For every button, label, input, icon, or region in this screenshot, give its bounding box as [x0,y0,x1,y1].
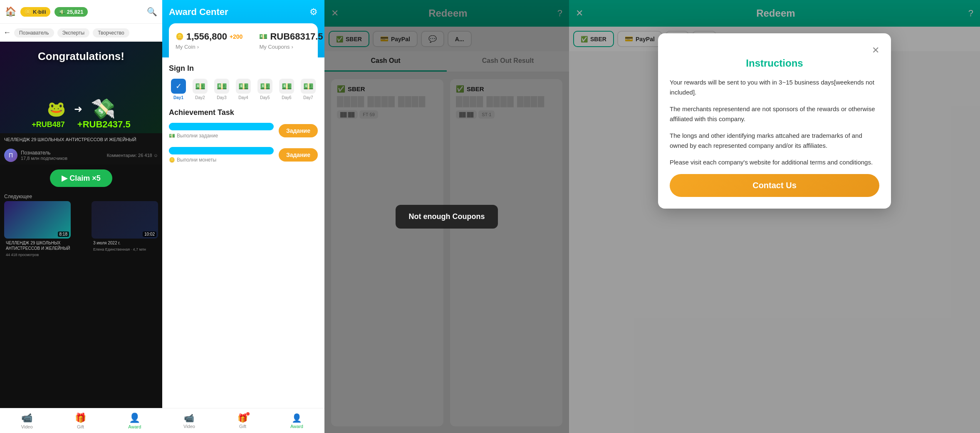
signin-title: Sign In [169,64,318,73]
cash-label[interactable]: My Coupons › [259,44,323,50]
task-2-icon: 🪙 [169,157,175,163]
award-day-4[interactable]: 💵 Day4 [234,79,253,100]
instructions-close-row: ✕ [670,45,879,56]
award-day-1[interactable]: ✓ Day1 [169,79,188,100]
award-icon: 👤 [129,413,140,423]
award-nav-video[interactable]: 📹 Video [183,413,195,429]
reward-large: +RUB2437.5 [77,119,131,130]
panel-redeem: ✕ Redeem ? ✅ SBER 💳 PayPal 💬 A... Cash O… [324,0,569,433]
award-title-row: Award Center ⚙ [169,7,318,17]
day-1-label: Day1 [173,95,183,100]
claim-button[interactable]: ▶ Claim ×5 [50,169,112,187]
achievement-title: Achievement Task [169,108,318,117]
video-title: ЧЕЛЛЕНДЖ 29 ШКОЛЬНЫХ АНТИСТРЕССОВ И ЖЕЛЕ… [0,133,162,146]
duration-1: 8:18 [58,231,69,237]
bottom-nav-gift[interactable]: 🎁 Gift [75,413,86,429]
award-day-6[interactable]: 💵 Day6 [277,79,296,100]
award-day-3[interactable]: 💵 Day3 [212,79,231,100]
cash-emoji: 💵 [259,32,267,40]
cash-arrow-icon: › [291,44,293,50]
thumb-label-1: ЧЕЛЛЕНДЖ 29 ШКОЛЬНЫХ АНТИСТРЕССОВ И ЖЕЛЕ… [4,239,88,253]
task-2-text: Выполни монеты [177,157,216,163]
search-icon[interactable]: 🔍 [147,7,157,17]
award-nav-gift[interactable]: 🎁 Gift [238,413,248,429]
day-1-icon: ✓ [171,79,186,94]
task-1-desc: 💵 Выполни задание [169,133,274,139]
day-3-label: Day3 [217,95,226,100]
video-area: Congratulations! 🐸 ➜ 💸 +RUB487 +RUB2437.… [0,42,162,133]
channel-name: Познаватель [21,150,67,156]
cash-badge: 💵 25,821 [54,7,88,17]
back-icon[interactable]: ← [3,28,11,37]
task-1-left: 💵 Выполни задание [169,123,274,139]
cash-amount: 25,821 [67,9,84,15]
award-day-2[interactable]: 💵 Day2 [191,79,210,100]
task-1-button[interactable]: Задание [279,124,318,137]
task-1-bar [169,123,274,130]
instructions-paragraph-2: The merchants representend are not spons… [670,104,879,124]
cash-number: RUB68317.5 [270,31,323,42]
thumbnail-1[interactable]: 8:18 [4,201,71,239]
gift-icon: 🎁 [75,413,86,423]
award-award-icon: 👤 [292,413,302,423]
cash-icon: 💵 [59,9,65,15]
day-6-label: Day6 [282,95,291,100]
congrats-text: Congratulations! [0,50,162,63]
gift-label: Gift [77,424,84,429]
nav-pill-2[interactable]: Эксперты [57,28,90,37]
task-2-desc: 🪙 Выполни монеты [169,157,274,163]
day-2-label: Day2 [195,95,205,100]
instructions-close-icon[interactable]: ✕ [872,45,879,56]
award-nav-award[interactable]: 👤 Award [290,413,303,429]
thumbnail-row: 8:18 ЧЕЛЛЕНДЖ 29 ШКОЛЬНЫХ АНТИСТРЕССОВ И… [0,201,162,257]
coin-label[interactable]: My Coin › [176,44,243,50]
home-icon[interactable]: 🏠 [5,6,16,17]
cash-block: 💵 RUB68317.5 My Coupons › [259,31,323,50]
coin-arrow-icon: › [197,44,199,50]
award-video-icon: 📹 [184,413,194,423]
duration-2: 10:02 [143,231,156,237]
coin-badge: 🪙 K·bili [20,7,50,17]
contact-us-button[interactable]: Contact Us [670,174,879,197]
instructions-paragraph-3: The longs and other identifying marks at… [670,131,879,151]
panel-redeem2: ✕ Redeem ? ✅ SBER 💳 PayPal 💬 A... ✕ Inst… [569,0,980,433]
coin-row: 🪙 1,556,800 +200 [176,31,243,42]
award-title: Award Center [169,7,228,17]
coin-icon: 🪙 [25,9,31,15]
day-5-label: Day5 [260,95,270,100]
award-day-5[interactable]: 💵 Day5 [255,79,275,100]
frog-icon: 🐸 [47,100,66,118]
thumb-meta-2: Елена Единственная · 4,7 млн [92,247,158,251]
award-award-label: Award [290,424,303,429]
nav-pill-3[interactable]: Творчество [93,28,129,37]
not-enough-overlay: Not enough Coupons [324,0,569,433]
award-bottom-nav: 📹 Video 🎁 Gift 👤 Award [162,408,324,433]
panel-award: Award Center ⚙ 🪙 1,556,800 +200 My Coin … [162,0,324,433]
youtube-nav: ← Познаватель Эксперты Творчество [0,23,162,42]
instructions-popup: ✕ Instructions Your rewards will be sent… [658,33,891,209]
video-icon: 📹 [21,413,32,423]
channel-row: П Познаватель 17,8 млн подписчиков Комме… [0,146,162,164]
bottom-nav-video[interactable]: 📹 Video [21,413,33,429]
youtube-topbar: 🏠 🪙 K·bili 💵 25,821 🔍 [0,0,162,23]
day-4-label: Day4 [238,95,248,100]
bottom-nav: 📹 Video 🎁 Gift 👤 Award [0,408,162,433]
instructions-paragraph-1: Your rewards will be sent to you with in… [670,77,879,97]
thumb-meta-1: 44 418 просмотров [4,253,88,257]
award-day-7[interactable]: 💵 Day7 [299,79,318,100]
task-1-icon: 💵 [169,133,175,139]
nav-pill-1[interactable]: Познаватель [14,28,54,37]
money-visual: 🐸 ➜ 💸 [0,97,162,121]
award-label: Award [128,424,141,429]
thumbnail-2[interactable]: 10:02 [92,201,158,239]
task-2-button[interactable]: Задание [279,148,318,162]
cash-row: 💵 RUB68317.5 [259,31,323,42]
coin-block: 🪙 1,556,800 +200 My Coin › [176,31,243,50]
day-6-icon: 💵 [279,79,294,94]
bottom-nav-award[interactable]: 👤 Award [128,413,141,429]
settings-icon[interactable]: ⚙ [309,7,318,17]
reward-text-row: +RUB487 +RUB2437.5 [0,119,162,133]
day-3-icon: 💵 [214,79,229,94]
award-gift-label: Gift [239,424,246,429]
award-video-label: Video [183,424,195,429]
